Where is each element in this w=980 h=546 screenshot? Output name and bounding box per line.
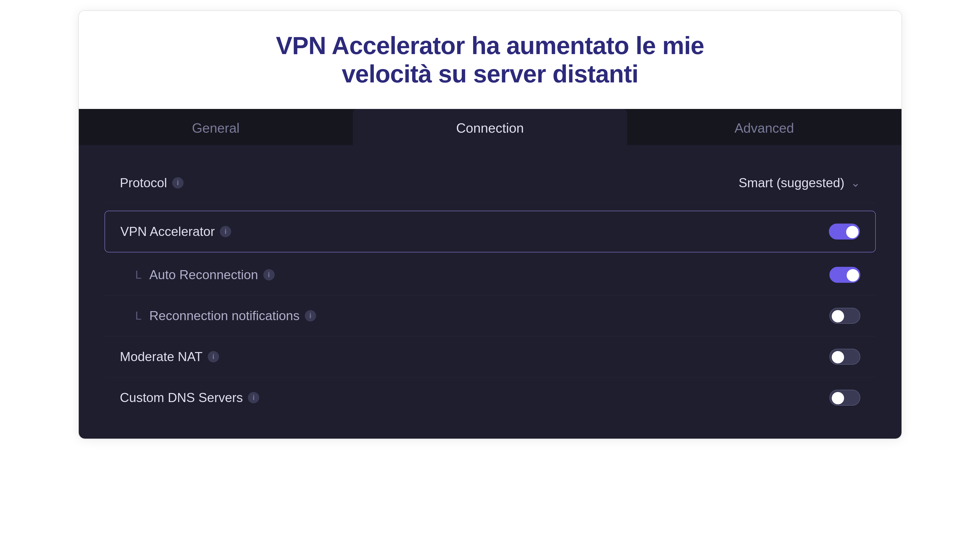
- reconnection-notifications-label-group: L Reconnection notifications i: [120, 308, 316, 323]
- auto-reconnection-label: Auto Reconnection: [149, 267, 258, 282]
- custom-dns-servers-info-icon[interactable]: i: [248, 392, 259, 403]
- headline-line1: VPN Accelerator ha aumentato le mie: [276, 32, 704, 59]
- reconnection-notifications-toggle[interactable]: [829, 308, 860, 324]
- vpn-accelerator-label: VPN Accelerator: [121, 224, 215, 239]
- tabs-row: General Connection Advanced: [79, 109, 902, 145]
- tab-advanced[interactable]: Advanced: [627, 109, 901, 145]
- headline-section: VPN Accelerator ha aumentato le mie velo…: [79, 11, 902, 109]
- auto-reconnection-info-icon[interactable]: i: [263, 269, 275, 281]
- protocol-value-group[interactable]: Smart (suggested) ⌄: [738, 176, 860, 190]
- protocol-label-group: Protocol i: [120, 176, 183, 190]
- vpn-accelerator-row: VPN Accelerator i: [105, 211, 876, 252]
- moderate-nat-info-icon[interactable]: i: [208, 351, 219, 362]
- custom-dns-servers-row: Custom DNS Servers i: [105, 377, 876, 418]
- moderate-nat-row: Moderate NAT i: [105, 336, 876, 377]
- protocol-row: Protocol i Smart (suggested) ⌄: [105, 163, 876, 203]
- headline-line2: velocità su server distanti: [342, 60, 638, 88]
- protocol-info-icon[interactable]: i: [172, 177, 183, 188]
- protocol-label: Protocol: [120, 176, 167, 190]
- reconnection-notifications-row: L Reconnection notifications i: [105, 295, 876, 336]
- main-card: VPN Accelerator ha aumentato le mie velo…: [78, 10, 902, 439]
- headline-text: VPN Accelerator ha aumentato le mie velo…: [120, 32, 860, 88]
- tab-connection[interactable]: Connection: [353, 109, 627, 145]
- moderate-nat-toggle[interactable]: [829, 349, 860, 365]
- moderate-nat-label-group: Moderate NAT i: [120, 349, 219, 364]
- custom-dns-servers-label: Custom DNS Servers: [120, 390, 243, 405]
- protocol-value: Smart (suggested): [738, 176, 844, 190]
- vpn-panel: General Connection Advanced Protocol i S…: [79, 109, 902, 439]
- auto-reconnection-row: L Auto Reconnection i: [105, 254, 876, 295]
- settings-content: Protocol i Smart (suggested) ⌄ VPN Accel…: [79, 145, 902, 418]
- custom-dns-servers-label-group: Custom DNS Servers i: [120, 390, 259, 405]
- tab-general[interactable]: General: [79, 109, 353, 145]
- moderate-nat-label: Moderate NAT: [120, 349, 203, 364]
- auto-reconnection-toggle[interactable]: [829, 267, 860, 283]
- reconnection-notifications-info-icon[interactable]: i: [305, 310, 316, 321]
- custom-dns-servers-toggle[interactable]: [829, 390, 860, 406]
- indent-marker-auto: L: [135, 268, 142, 281]
- auto-reconnection-label-group: L Auto Reconnection i: [120, 267, 275, 282]
- indent-marker-reconnect: L: [135, 309, 142, 322]
- reconnection-notifications-label: Reconnection notifications: [149, 308, 300, 323]
- chevron-down-icon: ⌄: [851, 176, 860, 189]
- vpn-accelerator-info-icon[interactable]: i: [220, 226, 231, 237]
- vpn-accelerator-toggle[interactable]: [829, 224, 860, 239]
- vpn-accelerator-label-group: VPN Accelerator i: [121, 224, 231, 239]
